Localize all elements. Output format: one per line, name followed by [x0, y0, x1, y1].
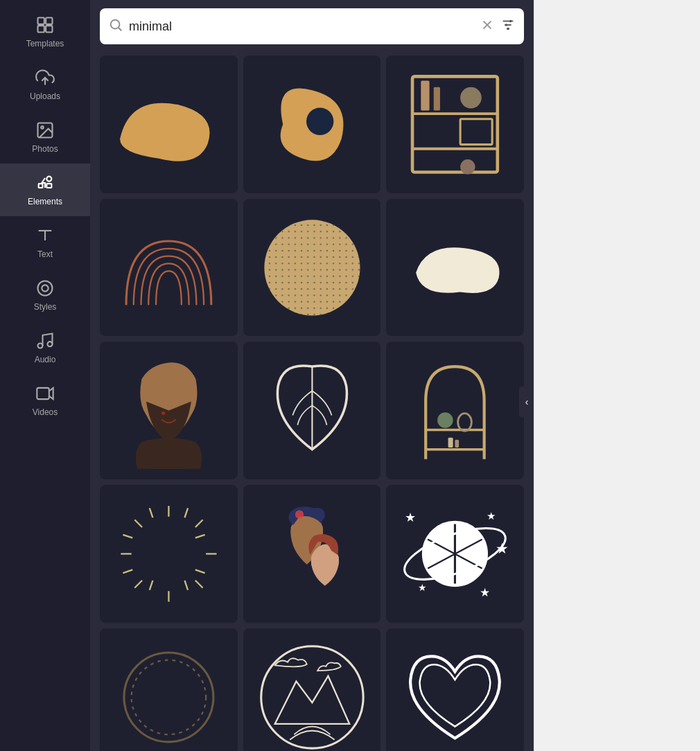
sidebar-item-uploads[interactable]: Uploads — [0, 58, 90, 111]
sidebar-label-text: Text — [37, 249, 53, 259]
svg-line-61 — [195, 535, 205, 538]
svg-point-12 — [38, 281, 53, 296]
collapse-panel-button[interactable]: ‹ — [519, 387, 534, 417]
element-bookshelf[interactable] — [386, 55, 524, 193]
svg-rect-31 — [421, 80, 430, 110]
sidebar-item-photos[interactable]: Photos — [0, 111, 90, 164]
videos-icon — [35, 384, 55, 403]
svg-line-64 — [150, 581, 153, 590]
svg-point-14 — [38, 344, 43, 348]
right-panel — [534, 0, 700, 751]
main-panel: ★ ★ ★ ★ ★ — [90, 0, 534, 751]
svg-text:★: ★ — [405, 510, 417, 524]
svg-rect-2 — [38, 26, 44, 32]
element-planet[interactable]: ★ ★ ★ ★ ★ — [386, 485, 524, 623]
sidebar-item-elements[interactable]: Elements — [0, 164, 90, 216]
svg-point-79 — [124, 653, 213, 742]
sidebar-item-styles[interactable]: Styles — [0, 269, 90, 321]
svg-rect-3 — [46, 26, 52, 32]
svg-line-60 — [195, 569, 205, 573]
svg-line-63 — [184, 508, 188, 518]
svg-rect-34 — [460, 119, 492, 145]
svg-line-53 — [134, 520, 142, 527]
svg-text:★: ★ — [496, 540, 509, 557]
styles-icon — [35, 279, 55, 298]
svg-rect-48 — [455, 440, 460, 448]
element-woman-portrait[interactable] — [100, 342, 238, 479]
svg-text:★: ★ — [480, 586, 490, 599]
svg-rect-47 — [448, 438, 453, 448]
svg-point-26 — [507, 28, 509, 30]
svg-text:★: ★ — [418, 582, 427, 593]
svg-rect-16 — [37, 388, 49, 399]
sidebar-item-text[interactable]: Text — [0, 216, 90, 269]
svg-point-6 — [41, 126, 44, 129]
svg-line-59 — [123, 535, 132, 538]
sidebar: Templates Uploads Photos Elements — [0, 0, 90, 751]
svg-line-56 — [134, 581, 142, 588]
svg-line-55 — [195, 520, 203, 527]
text-icon — [35, 226, 55, 245]
element-leaf-outline[interactable] — [243, 342, 381, 479]
svg-point-35 — [460, 159, 475, 174]
svg-point-33 — [460, 87, 482, 109]
search-bar — [100, 8, 524, 44]
elements-grid: ★ ★ ★ ★ ★ — [100, 55, 524, 751]
svg-point-46 — [458, 414, 472, 431]
svg-rect-9 — [46, 184, 51, 188]
filter-icon[interactable] — [500, 17, 516, 35]
svg-point-27 — [306, 107, 333, 134]
element-two-women[interactable] — [243, 485, 381, 623]
elements-grid-container: ★ ★ ★ ★ ★ — [90, 53, 534, 751]
sidebar-item-videos[interactable]: Videos — [0, 374, 90, 427]
sidebar-label-templates: Templates — [26, 39, 64, 48]
element-abstract-flower[interactable] — [243, 55, 381, 193]
svg-point-45 — [437, 412, 453, 428]
svg-rect-1 — [46, 18, 52, 24]
element-arch-lines[interactable] — [100, 199, 238, 337]
search-icon — [108, 17, 123, 35]
svg-rect-7 — [39, 184, 43, 188]
sidebar-item-templates[interactable]: Templates — [0, 6, 90, 58]
svg-line-62 — [123, 569, 132, 573]
svg-point-15 — [48, 342, 53, 346]
element-radial-lines[interactable] — [100, 485, 238, 623]
element-mountain-scene[interactable] — [243, 628, 381, 751]
svg-point-80 — [132, 660, 206, 734]
svg-point-25 — [505, 24, 507, 26]
svg-line-57 — [150, 508, 153, 518]
sidebar-label-audio: Audio — [35, 355, 56, 364]
sidebar-label-photos: Photos — [32, 144, 58, 154]
svg-rect-32 — [434, 87, 440, 111]
element-heart-outline[interactable] — [386, 628, 524, 751]
svg-point-37 — [264, 220, 360, 315]
audio-icon — [35, 331, 55, 351]
svg-point-13 — [42, 285, 48, 291]
element-dotted-circle[interactable] — [243, 199, 381, 337]
element-cream-blob[interactable] — [386, 199, 524, 337]
svg-text:★: ★ — [487, 510, 496, 522]
clear-search-icon[interactable] — [480, 17, 495, 35]
svg-point-81 — [261, 646, 362, 748]
svg-rect-0 — [38, 18, 44, 24]
element-circle-decoration[interactable] — [100, 628, 238, 751]
svg-point-66 — [295, 510, 303, 518]
sidebar-label-elements: Elements — [28, 197, 62, 206]
sidebar-label-videos: Videos — [33, 407, 58, 417]
svg-line-54 — [195, 581, 203, 588]
svg-point-41 — [161, 412, 165, 415]
elements-icon — [35, 173, 55, 193]
svg-line-58 — [184, 581, 188, 590]
photos-icon — [35, 121, 55, 140]
sidebar-label-styles: Styles — [34, 302, 57, 312]
sidebar-label-uploads: Uploads — [30, 91, 60, 101]
svg-point-17 — [111, 20, 120, 29]
search-input[interactable] — [129, 19, 474, 34]
templates-icon — [35, 15, 55, 35]
sidebar-item-audio[interactable]: Audio — [0, 321, 90, 374]
uploads-icon — [35, 68, 55, 87]
element-arch-shelf[interactable] — [386, 342, 524, 479]
svg-point-24 — [509, 20, 512, 23]
element-leaf-blob[interactable] — [100, 55, 238, 193]
svg-point-8 — [46, 177, 51, 182]
